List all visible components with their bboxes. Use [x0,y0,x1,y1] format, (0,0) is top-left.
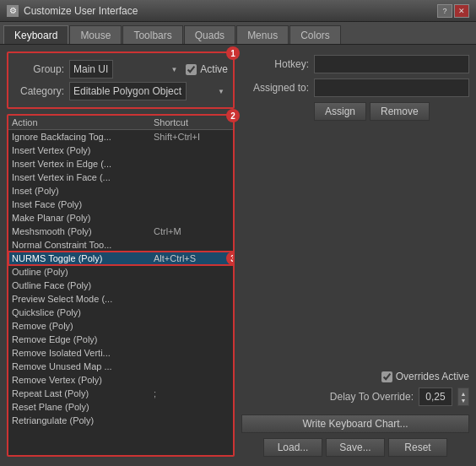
action-list[interactable]: Ignore Backfacing Tog...Shift+Ctrl+IInse… [8,130,233,449]
action-shortcut [154,199,230,209]
assigned-to-row: Assigned to: [241,79,469,97]
action-name: Meshsmooth (Poly) [12,226,154,236]
overrides-checkbox-label[interactable]: Overrides Active [381,371,469,382]
bottom-section: Overrides Active Delay To Override: ▲ ▼ … [241,371,469,457]
action-item[interactable]: Normal Constraint Too... [8,238,233,252]
action-name: Remove Unused Map ... [12,361,154,371]
action-item[interactable]: Insert Vertex (Poly) [8,144,233,157]
action-item[interactable]: Meshsmooth (Poly)Ctrl+M [8,225,233,238]
spinner-up-icon: ▲ [461,391,467,397]
action-item[interactable]: NURMS Toggle (Poly)Alt+Ctrl+S3 [8,252,233,265]
remove-button[interactable]: Remove [370,102,430,121]
title-bar: ⚙ Customize User Interface ? ✕ [0,0,476,22]
action-name: Ignore Backfacing Tog... [12,132,154,142]
header-action: Action [12,117,154,127]
action-shortcut [154,294,230,304]
window-title: Customize User Interface [24,5,138,17]
action-shortcut [154,280,230,290]
action-name: Remove Isolated Verti... [12,348,154,358]
action-shortcut [154,159,230,169]
delay-input[interactable] [419,387,452,406]
header-shortcut: Shortcut [154,117,230,127]
action-item[interactable]: Remove Edge (Poly) [8,333,233,346]
write-keyboard-chart-button[interactable]: Write Keyboard Chart... [241,415,469,433]
action-shortcut [154,375,230,385]
tab-colors[interactable]: Colors [289,25,341,44]
action-shortcut [154,402,230,412]
tab-keyboard[interactable]: Keyboard [3,25,68,44]
action-name: Insert Vertex in Edge (... [12,159,154,169]
action-shortcut [154,361,230,371]
action-shortcut [154,321,230,331]
action-item[interactable]: Remove (Poly) [8,319,233,333]
active-checkbox[interactable] [186,64,197,75]
action-shortcut [154,307,230,317]
main-content: 1 Group: Main UI Active Category: [0,45,476,463]
group-label: Group: [14,63,64,75]
action-item[interactable]: Outline Face (Poly) [8,279,233,292]
tab-quads[interactable]: Quads [184,25,235,44]
action-item[interactable]: Ignore Backfacing Tog...Shift+Ctrl+I [8,130,233,144]
category-label: Category: [14,85,64,97]
tab-mouse[interactable]: Mouse [69,25,122,44]
action-item[interactable]: Preview Select Mode (... [8,292,233,306]
action-shortcut [154,186,230,196]
action-list-container: Action Shortcut Ignore Backfacing Tog...… [8,116,233,455]
tab-menus[interactable]: Menus [236,25,289,44]
action-shortcut [154,240,230,250]
action-item[interactable]: Inset (Poly) [8,184,233,198]
close-button[interactable]: ✕ [454,4,469,18]
tab-bar: Keyboard Mouse Toolbars Quads Menus Colo… [0,22,476,45]
action-name: Retriangulate (Poly) [12,415,154,425]
assigned-to-input[interactable] [314,79,469,97]
action-name: NURMS Toggle (Poly) [12,253,154,263]
action-item[interactable]: Remove Unused Map ... [8,360,233,373]
action-list-section: 2 Action Shortcut Ignore Backfacing Tog.… [7,114,235,457]
save-button[interactable]: Save... [326,438,385,457]
action-shortcut: ; [154,388,230,398]
app-icon: ⚙ [7,5,19,17]
action-name: Inset (Poly) [12,186,154,196]
action-shortcut [154,415,230,425]
hotkey-input[interactable] [314,55,469,73]
annotation-1: 1 [226,46,240,60]
action-item[interactable]: Insert Vertex in Face (... [8,171,233,184]
delay-spinner[interactable]: ▲ ▼ [457,387,469,406]
action-item[interactable]: Reset Plane (Poly) [8,400,233,414]
action-item[interactable]: Repeat Last (Poly); [8,387,233,400]
category-row: Category: Editable Polygon Object [14,80,228,102]
action-item[interactable]: Inset Face (Poly) [8,198,233,211]
overrides-checkbox[interactable] [381,371,392,382]
load-button[interactable]: Load... [263,438,322,457]
action-item[interactable]: Remove Vertex (Poly) [8,373,233,387]
assign-button[interactable]: Assign [314,102,366,121]
help-button[interactable]: ? [437,4,452,18]
active-checkbox-label[interactable]: Active [186,63,228,75]
action-shortcut: Ctrl+M [154,226,230,236]
action-name: Remove (Poly) [12,321,154,331]
action-name: Quickslice (Poly) [12,307,154,317]
group-select[interactable]: Main UI [69,60,113,79]
category-select[interactable]: Editable Polygon Object [69,82,187,100]
action-item[interactable]: Retriangulate (Poly) [8,414,233,427]
action-item[interactable]: Outline (Poly) [8,265,233,279]
hotkey-section: Hotkey: Assigned to: Assign Remove [241,51,469,121]
action-item[interactable]: Remove Isolated Verti... [8,346,233,360]
action-list-header: Action Shortcut [8,116,233,130]
action-name: Outline (Poly) [12,267,154,277]
group-row: Group: Main UI Active [14,58,228,80]
action-shortcut [154,348,230,358]
group-category-section: 1 Group: Main UI Active Category: [7,51,235,109]
action-item[interactable]: Make Planar (Poly) [8,211,233,225]
action-shortcut [154,267,230,277]
action-shortcut [154,145,230,155]
category-select-wrapper: Editable Polygon Object [69,82,228,100]
action-name: Insert Vertex in Face (... [12,172,154,182]
action-item[interactable]: Quickslice (Poly) [8,306,233,319]
action-item[interactable]: Insert Vertex in Edge (... [8,157,233,171]
tab-toolbars[interactable]: Toolbars [122,25,182,44]
action-name: Remove Vertex (Poly) [12,375,154,385]
action-name: Inset Face (Poly) [12,199,154,209]
reset-button[interactable]: Reset [388,438,447,457]
action-shortcut: Shift+Ctrl+I [154,132,230,142]
